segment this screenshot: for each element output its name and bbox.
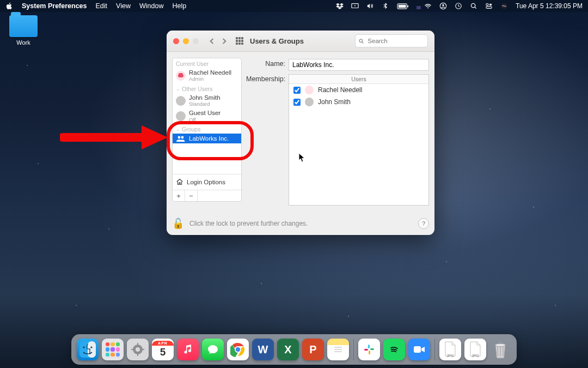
dock-finder-icon[interactable] <box>77 339 99 360</box>
search-icon <box>359 38 364 44</box>
svg-rect-35 <box>364 349 368 351</box>
dock-music-icon[interactable] <box>177 339 199 360</box>
menu-view[interactable]: View <box>116 2 131 10</box>
menu-window[interactable]: Window <box>139 2 163 10</box>
member-row: John Smith <box>289 96 428 108</box>
membership-label: Membership: <box>246 75 285 83</box>
svg-rect-4 <box>407 5 408 7</box>
clock-icon-menubar[interactable] <box>455 2 462 10</box>
nav-forward-button[interactable] <box>218 35 229 47</box>
remove-button[interactable]: − <box>185 190 198 201</box>
window-close-button[interactable] <box>173 38 179 44</box>
battery-icon[interactable] <box>397 2 409 10</box>
svg-point-13 <box>359 39 362 42</box>
group-name: LabWorks Inc. <box>189 135 229 142</box>
member-checkbox[interactable] <box>293 87 301 94</box>
membership-table: Users Rachel Needell John Smith <box>289 74 429 206</box>
menu-edit[interactable]: Edit <box>96 2 108 10</box>
window-controls <box>173 38 199 44</box>
avatar-icon <box>305 86 314 94</box>
user-role: Off <box>189 117 220 123</box>
dock-launchpad-icon[interactable] <box>102 339 124 360</box>
login-options-button[interactable]: Login Options <box>173 174 241 190</box>
menu-help[interactable]: Help <box>172 2 186 10</box>
spotlight-search-icon[interactable] <box>470 2 477 10</box>
svg-rect-37 <box>414 346 421 353</box>
folder-label: Work <box>4 39 42 46</box>
window-zoom-button[interactable] <box>193 38 199 44</box>
search-field-wrap[interactable] <box>355 34 428 47</box>
avatar-icon <box>176 96 186 106</box>
window-minimize-button[interactable] <box>183 38 189 44</box>
bluetooth-icon[interactable] <box>382 2 389 10</box>
member-checkbox[interactable] <box>293 99 301 106</box>
add-remove-row: + − <box>173 190 241 201</box>
nav-back-button[interactable] <box>206 35 217 47</box>
calendar-day: 5 <box>160 346 166 359</box>
search-input[interactable] <box>366 37 424 45</box>
chevron-down-icon: ⌄ <box>176 86 180 92</box>
dock-zoom-icon[interactable] <box>408 339 430 360</box>
control-center-icon[interactable] <box>485 2 493 10</box>
member-row: Rachel Needell <box>289 84 428 96</box>
svg-rect-22 <box>137 343 138 345</box>
user-role: Admin <box>189 76 231 82</box>
user-row[interactable]: Guest UserOff <box>173 108 241 124</box>
screen-icon[interactable] <box>351 2 359 10</box>
user-row[interactable]: John SmithStandard <box>173 93 241 108</box>
user-fast-switch-icon[interactable] <box>439 2 447 10</box>
avatar-icon <box>176 71 186 81</box>
dock-messages-icon[interactable] <box>202 339 224 360</box>
siri-icon[interactable] <box>500 2 508 10</box>
member-name: Rachel Needell <box>318 86 362 94</box>
svg-rect-23 <box>137 354 138 356</box>
lock-footer: 🔓 Click the lock to prevent further chan… <box>172 218 429 230</box>
dropbox-icon[interactable] <box>336 2 344 10</box>
group-name-field[interactable]: LabWorks Inc. <box>289 59 429 71</box>
dock-recent-file-1-icon[interactable]: JPG <box>439 339 461 360</box>
svg-point-6 <box>442 4 444 7</box>
dock-spotify-icon[interactable] <box>383 339 405 360</box>
login-options-label: Login Options <box>187 179 225 185</box>
dock-word-icon[interactable]: W <box>252 339 274 360</box>
menubar-datetime[interactable]: Tue Apr 5 12:39:05 PM <box>516 2 583 10</box>
desktop-folder-work[interactable]: Work <box>4 15 42 46</box>
show-all-prefs-button[interactable] <box>234 35 246 47</box>
dock-chrome-icon[interactable] <box>227 339 249 360</box>
app-name-menu[interactable]: System Preferences <box>22 2 87 10</box>
dock-recent-file-2-icon[interactable]: JPG <box>464 339 486 360</box>
svg-rect-11 <box>486 7 492 9</box>
svg-point-1 <box>354 5 356 7</box>
dock-slack-icon[interactable] <box>358 339 380 360</box>
dock: APR 5 W X P JPG JPG <box>71 334 517 365</box>
svg-rect-25 <box>142 349 144 350</box>
svg-point-8 <box>471 3 475 7</box>
dock-separator <box>353 339 354 360</box>
dock-calendar-icon[interactable]: APR 5 <box>152 339 174 360</box>
membership-header: Users <box>289 75 428 84</box>
dock-system-preferences-icon[interactable] <box>127 339 149 360</box>
svg-point-14 <box>178 136 181 139</box>
svg-point-38 <box>495 343 506 346</box>
dock-trash-icon[interactable] <box>489 339 511 360</box>
dock-notes-icon[interactable] <box>327 339 349 360</box>
svg-rect-33 <box>370 348 374 350</box>
unlock-icon[interactable]: 🔓 <box>172 218 184 230</box>
name-label: Name: <box>246 60 285 68</box>
svg-rect-34 <box>369 351 370 354</box>
group-row-selected[interactable]: LabWorks Inc. <box>173 134 241 143</box>
wifi-icon[interactable] <box>424 2 432 10</box>
users-list: Current User Rachel NeedellAdmin ⌄Other … <box>173 58 241 174</box>
apple-menu[interactable] <box>5 2 13 10</box>
svg-point-15 <box>181 136 184 139</box>
volume-icon[interactable] <box>366 2 374 10</box>
dock-excel-icon[interactable]: X <box>277 339 299 360</box>
help-button[interactable]: ? <box>418 218 429 229</box>
add-button[interactable]: + <box>173 190 185 201</box>
group-icon <box>176 135 186 142</box>
svg-point-18 <box>83 346 84 348</box>
user-row-current[interactable]: Rachel NeedellAdmin <box>173 68 241 83</box>
users-sidebar: Current User Rachel NeedellAdmin ⌄Other … <box>172 58 242 202</box>
dock-powerpoint-icon[interactable]: P <box>302 339 324 360</box>
folder-icon <box>9 15 38 37</box>
